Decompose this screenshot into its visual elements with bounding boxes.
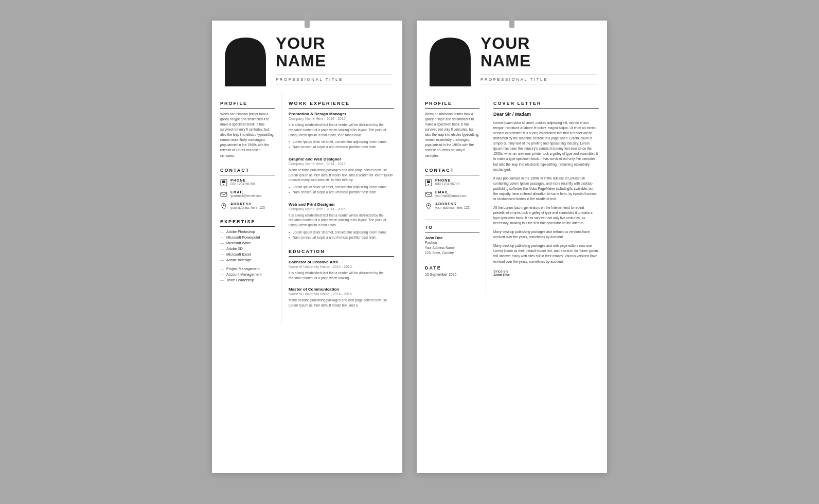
- cover-professional-title: PROFESSIONAL TITLE: [480, 77, 597, 82]
- cover-paragraphs: Lorem ipsum dolor sit amet, consec adipi…: [493, 120, 599, 264]
- phone-icon: [220, 179, 227, 186]
- cover-contact-title: CONTACT: [425, 168, 479, 175]
- edu-desc: Many desktop publishing packages and web…: [289, 298, 394, 308]
- cover-profile-section: PROFILE When an unknown printer took a g…: [425, 101, 479, 158]
- profile-arch: [222, 35, 269, 86]
- cover-letter-title: COVER LETTER: [493, 101, 599, 109]
- work-title: WORK EXPERIENCE: [289, 101, 394, 109]
- job-bullet: Nam consequat turpis a arcu rhoncus port…: [289, 145, 394, 150]
- cover-body: PROFILE When an unknown printer took a g…: [417, 93, 607, 294]
- cover-address-info: ADDRESS your address here, 123: [435, 202, 470, 209]
- contact-title: CONTACT: [220, 168, 275, 175]
- edu-item: Master of CommunicationName of Universit…: [289, 287, 394, 308]
- job-desc: Many desktop publishing packages and web…: [289, 168, 394, 183]
- professional-title: PROFESSIONAL TITLE: [276, 77, 392, 82]
- expertise-section: EXPERTISE Adobe PhotoshopMicrosoft Power…: [220, 219, 275, 282]
- edu-school: Name of University Name | 2014 - 2016: [289, 265, 394, 268]
- cover-right-col: COVER LETTER Dear Sir / Madam Lorem ipsu…: [486, 93, 607, 294]
- expertise-item: Account Management: [220, 273, 275, 276]
- resume-right-col: WORK EXPERIENCE Promotion & Design Manag…: [281, 93, 402, 325]
- resume-page: YOUR NAME PROFESSIONAL TITLE PROFILE Whe…: [212, 21, 402, 473]
- cover-profile-title: PROFILE: [425, 101, 479, 109]
- education-title: EDUCATION: [289, 249, 394, 257]
- cover-letter-page: YOUR NAME PROFESSIONAL TITLE PROFILE Whe…: [417, 21, 607, 473]
- job-bullet: Nam consequat turpis a arcu rhoncus port…: [289, 190, 394, 195]
- cover-location-icon: [425, 203, 432, 210]
- svg-point-7: [428, 184, 429, 185]
- profile-section: PROFILE When an unknown printer took a g…: [220, 101, 275, 158]
- expertise-list: Adobe PhotoshopMicrosoft PowerpointMicro…: [220, 230, 275, 282]
- edu-degree: Master of Communication: [289, 287, 394, 292]
- job-bullet: Lorem ipsum dolor sit amet, consectetur …: [289, 230, 394, 235]
- job-title: Graphic and Web Designer: [289, 157, 394, 161]
- expertise-title: EXPERTISE: [220, 219, 275, 227]
- jobs-list: Promotion & Design ManagerCompany Name H…: [289, 112, 394, 240]
- work-item: Web and Print DesignerCompany Name Here …: [289, 202, 394, 240]
- date-section: DATE 15 September 2025: [425, 265, 479, 276]
- cover-contact-email: EMAIL yourmail@email.com: [425, 190, 479, 198]
- work-item: Graphic and Web DesignerCompany Name Her…: [289, 157, 394, 195]
- contact-address: ADDRESS your address here, 123: [220, 202, 275, 210]
- cover-contact-address: ADDRESS your address here, 123: [425, 202, 479, 210]
- cover-name: YOUR NAME: [480, 35, 597, 69]
- svg-rect-3: [221, 192, 227, 196]
- expertise-item: Microsoft Word: [220, 241, 275, 245]
- cover-paragraph: It was popularised in the 1960s with the…: [493, 176, 599, 202]
- to-title: TO: [425, 225, 479, 232]
- profile-title: PROFILE: [220, 101, 275, 109]
- expertise-item: Adobe XD: [220, 247, 275, 250]
- contact-email: EMAIL yourmail@email.com: [220, 190, 275, 198]
- job-company: Company Name Here | 2014 - 2016: [289, 117, 394, 120]
- cover-letter-section: COVER LETTER Dear Sir / Madam Lorem ipsu…: [493, 101, 599, 277]
- expertise-item: Microsoft Powerpoint: [220, 236, 275, 239]
- resume-header: YOUR NAME PROFESSIONAL TITLE: [212, 21, 402, 93]
- svg-point-4: [223, 204, 225, 206]
- resume-header-right: YOUR NAME PROFESSIONAL TITLE: [276, 33, 392, 84]
- cover-salutation: Dear Sir / Madam: [493, 112, 599, 117]
- contact-phone: PHONE 000 1234 56789: [220, 178, 275, 186]
- edu-school: Name of University Name | 2014 - 2016: [289, 292, 394, 296]
- cover-paragraph: Many desktop publishing packages and web…: [493, 229, 599, 240]
- job-title: Web and Print Designer: [289, 202, 394, 207]
- resume-body: PROFILE When an unknown printer took a g…: [212, 93, 402, 325]
- work-experience-section: WORK EXPERIENCE Promotion & Design Manag…: [289, 101, 394, 240]
- pages-container: YOUR NAME PROFESSIONAL TITLE PROFILE Whe…: [212, 21, 607, 473]
- svg-point-2: [223, 184, 224, 185]
- expertise-item: Adobe Indesign: [220, 258, 275, 262]
- expertise-item: Team Leadership: [220, 278, 275, 282]
- job-desc: It is a long established fact that a rea…: [289, 122, 394, 137]
- profile-text: When an unknown printer took a galley of…: [220, 112, 275, 158]
- cover-header-right: YOUR NAME PROFESSIONAL TITLE: [480, 33, 597, 84]
- svg-rect-1: [222, 181, 225, 183]
- job-bullet: Lorem ipsum dolor sit amet, consectetur …: [289, 185, 394, 190]
- cover-left-col: PROFILE When an unknown printer took a g…: [417, 93, 486, 294]
- job-desc: It is a long established fact that a rea…: [289, 213, 394, 228]
- cover-header: YOUR NAME PROFESSIONAL TITLE: [417, 21, 607, 93]
- location-icon: [220, 203, 227, 210]
- cover-contact-section: CONTACT PHONE 000 1234 56789: [425, 168, 479, 210]
- contact-email-info: EMAIL yourmail@email.com: [230, 190, 262, 197]
- job-company: Company Name Here | 2014 - 2016: [289, 207, 394, 211]
- cover-paragraph: All the Lorem Ipsum generators on the In…: [493, 205, 599, 226]
- svg-rect-8: [425, 192, 432, 196]
- expertise-item: Adobe Photoshop: [220, 230, 275, 233]
- edu-item: Bachelor of Creative ArtsName of Univers…: [289, 260, 394, 281]
- expertise-item: Microsoft Excel: [220, 253, 275, 256]
- resume-name: YOUR NAME: [276, 35, 392, 69]
- email-icon: [220, 191, 227, 198]
- job-bullet: Nam consequat turpis a arcu rhoncus port…: [289, 235, 394, 240]
- contact-section: CONTACT PHONE 000 1234 56789: [220, 168, 275, 210]
- job-title: Promotion & Design Manager: [289, 112, 394, 116]
- edu-list: Bachelor of Creative ArtsName of Univers…: [289, 260, 394, 308]
- expertise-item: Project Management: [220, 267, 275, 271]
- professional-title-bar: PROFESSIONAL TITLE: [276, 75, 392, 84]
- education-section: EDUCATION Bachelor of Creative ArtsName …: [289, 249, 394, 308]
- cover-title-bar: PROFESSIONAL TITLE: [480, 75, 597, 84]
- cover-email-icon: [425, 191, 432, 198]
- work-item: Promotion & Design ManagerCompany Name H…: [289, 112, 394, 150]
- cover-paragraph: Many desktop publishing packages and web…: [493, 243, 599, 264]
- job-bullet: Lorem ipsum dolor sit amet, consectetur …: [289, 139, 394, 145]
- date-title: DATE: [425, 265, 479, 271]
- edu-degree: Bachelor of Creative Arts: [289, 260, 394, 264]
- svg-rect-6: [427, 181, 430, 183]
